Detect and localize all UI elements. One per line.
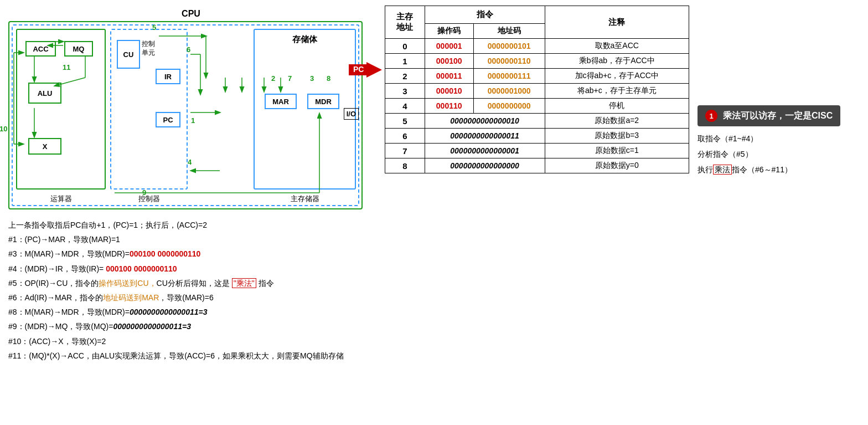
table-cell-addr: 6	[385, 129, 425, 144]
table-cell-note: 将ab+c，存于主存单元	[545, 84, 689, 99]
arrow-num-2: 2	[271, 74, 275, 83]
col-note: 注释	[545, 6, 689, 39]
instruction-table: 主存地址 指令 注释 操作码 地址码 00000010000000101取数a至…	[385, 6, 689, 173]
col-instr: 指令	[425, 6, 545, 24]
table-cell-data: 0000000000000000	[425, 158, 545, 173]
cpu-label: CPU	[182, 9, 200, 19]
arrow-num-3: 3	[310, 74, 314, 83]
table-cell-opcode: 000001	[425, 39, 473, 54]
table-row: 80000000000000000原始数据y=0	[385, 158, 689, 173]
col-addrcode: 地址码	[473, 24, 545, 39]
cu-sub-label: 控制单元	[142, 40, 155, 57]
notes-section: 上一条指令取指后PC自动+1，(PC)=1；执行后，(ACC)=2 #1：(PC…	[8, 215, 374, 366]
right-panel: 主存地址 指令 注释 操作码 地址码 00000010000000101取数a至…	[385, 6, 860, 366]
table-cell-note: 停机	[545, 99, 689, 114]
table-cell-note: 乘b得ab，存于ACC中	[545, 54, 689, 69]
table-cell-opcode: 000010	[425, 84, 473, 99]
step-list: 取指令（#1~#4） 分析指令（#5） 执行乘法指令（#6～#11）	[698, 131, 840, 177]
note-line4: #4：(MDR)→IR，导致(IR)= 000100 0000000110	[8, 262, 374, 276]
note-line11: #11：(MQ)*(X)→ACC，由ALU实现乘法运算，导致(ACC)=6，如果…	[8, 349, 374, 363]
table-cell-note: 原始数据a=2	[545, 114, 689, 129]
table-cell-addr: 4	[385, 99, 425, 114]
table-cell-opcode: 000011	[425, 69, 473, 84]
step3: 执行乘法指令（#6～#11）	[698, 162, 840, 177]
ctrl-label: 控制器	[110, 194, 188, 204]
pc-arrow-shape: PC	[349, 62, 382, 78]
table-cell-addr: 8	[385, 158, 425, 173]
table-cell-note: 原始数据b=3	[545, 129, 689, 144]
table-cell-data: 0000000000000010	[425, 114, 545, 129]
main-container: CPU ACC MQ ALU	[0, 0, 868, 372]
table-cell-data: 0000000000000011	[425, 129, 545, 144]
arrow-num-1: 1	[191, 116, 195, 125]
col-addr: 主存地址	[385, 6, 425, 39]
table-row: 60000000000000011原始数据b=3	[385, 129, 689, 144]
svg-text:PC: PC	[353, 65, 364, 74]
table-cell-opcode: 000100	[425, 54, 473, 69]
table-row: 10001000000000110乘b得ab，存于ACC中	[385, 54, 689, 69]
table-cell-note: 原始数据y=0	[545, 158, 689, 173]
col-opcode: 操作码	[425, 24, 473, 39]
table-cell-note: 取数a至ACC	[545, 39, 689, 54]
note-line5: #5：OP(IR)→CU，指令的操作码送到CU，CU分析后得知，这是 "乘法" …	[8, 276, 374, 290]
table-cell-addr: 0	[385, 39, 425, 54]
note-line10: #10：(ACC)→X，导致(X)=2	[8, 335, 374, 349]
note-line9: #9：(MDR)→MQ，导致(MQ)=0000000000000011=3	[8, 320, 374, 334]
table-cell-addr: 3	[385, 84, 425, 99]
alu-label: 运算器	[16, 194, 106, 204]
table-cell-addr: 1	[385, 54, 425, 69]
cisc-box: 1 乘法可以访存，一定是CISC	[698, 105, 840, 126]
cisc-num: 1	[705, 110, 717, 122]
alu-section: ACC MQ ALU X 11	[16, 29, 106, 190]
cu-box: CU	[117, 40, 140, 69]
ir-box: IR	[156, 69, 180, 84]
table-cell-addrcode: 0000000000	[473, 99, 545, 114]
x-box: X	[28, 138, 61, 155]
note-line8: #8：M(MAR)→MDR，导致(MDR)=0000000000000011=3	[8, 305, 374, 319]
pc-box: PC	[156, 112, 180, 127]
mdr-box: MDR	[307, 94, 339, 109]
arrow-num-4: 4	[188, 158, 192, 166]
table-cell-addrcode: 0000000101	[473, 39, 545, 54]
arrow-num-5: 5	[152, 23, 156, 32]
table-cell-addrcode: 0000001000	[473, 84, 545, 99]
table-cell-addr: 2	[385, 69, 425, 84]
table-cell-note: 加c得ab+c，存于ACC中	[545, 69, 689, 84]
table-cell-data: 0000000000000001	[425, 144, 545, 158]
table-row: 50000000000000010原始数据a=2	[385, 114, 689, 129]
mem-title: 存储体	[292, 34, 317, 45]
cisc-text: 乘法可以访存，一定是CISC	[723, 110, 833, 122]
table-cell-addr: 7	[385, 144, 425, 158]
info-box: 1 乘法可以访存，一定是CISC 取指令（#1~#4） 分析指令（#5） 执行乘…	[698, 105, 840, 177]
arrow-num-7: 7	[288, 74, 292, 83]
table-container: 主存地址 指令 注释 操作码 地址码 00000010000000101取数a至…	[385, 6, 689, 173]
table-header-row1: 主存地址 指令 注释	[385, 6, 689, 24]
note-line6: #6：Ad(IR)→MAR，指令的地址码送到MAR，导致(MAR)=6	[8, 291, 374, 305]
table-row: 40001100000000000停机	[385, 99, 689, 114]
alu-box: ALU	[28, 83, 61, 104]
table-cell-note: 原始数据c=1	[545, 144, 689, 158]
table-cell-addrcode: 0000000110	[473, 54, 545, 69]
mem-label: 主存储器	[254, 194, 356, 204]
arrow-num-9: 9	[142, 188, 146, 197]
table-cell-addr: 5	[385, 114, 425, 129]
mem-section: 存储体 MAR MDR 2 7 3 8	[254, 29, 356, 190]
arrow-num-6: 6	[187, 45, 190, 54]
step2: 分析指令（#5）	[698, 146, 840, 162]
cpu-diagram-wrapper: CPU ACC MQ ALU	[8, 21, 374, 209]
table-row: 00000010000000101取数a至ACC	[385, 39, 689, 54]
mq-box: MQ	[64, 41, 93, 57]
arrow-num-11: 11	[63, 63, 70, 71]
note-line3: #3：M(MAR)→MDR，导致(MDR)=000100 0000000110	[8, 247, 374, 261]
pc-arrow-svg: PC	[349, 62, 382, 78]
mar-box: MAR	[265, 94, 297, 109]
left-panel: CPU ACC MQ ALU	[8, 6, 374, 366]
table-cell-addrcode: 0000000111	[473, 69, 545, 84]
arrow-num-8: 8	[327, 74, 330, 83]
cpu-outer-border: ACC MQ ALU X 11	[8, 21, 363, 209]
table-row: 30000100000001000将ab+c，存于主存单元	[385, 84, 689, 99]
acc-box: ACC	[25, 41, 56, 57]
step1: 取指令（#1~#4）	[698, 131, 840, 146]
table-cell-opcode: 000110	[425, 99, 473, 114]
table-row: 70000000000000001原始数据c=1	[385, 144, 689, 158]
